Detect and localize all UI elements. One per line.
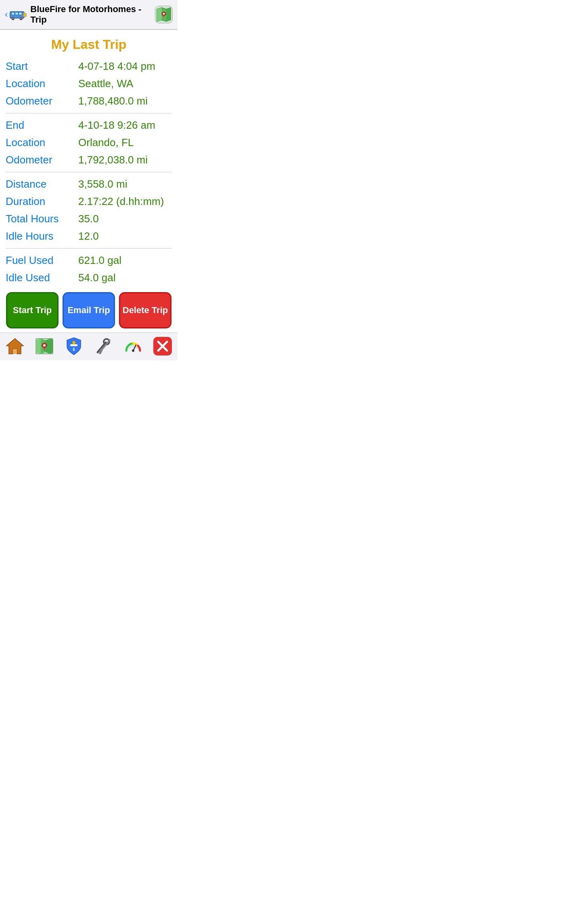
svg-rect-3	[19, 13, 22, 15]
distance-label: Distance	[6, 178, 78, 190]
fuel-section: Fuel Used 621.0 gal Idle Used 54.0 gal	[6, 252, 172, 286]
main-content: My Last Trip Start 4-07-18 4:04 pm Locat…	[0, 30, 178, 286]
svg-marker-11	[157, 8, 161, 21]
start-section: Start 4-07-18 4:04 pm Location Seattle, …	[6, 58, 172, 110]
svg-rect-4	[23, 13, 26, 17]
duration-label: Duration	[6, 195, 78, 208]
svg-marker-20	[36, 339, 41, 354]
end-odometer-row: Odometer 1,792,038.0 mi	[6, 151, 172, 169]
idle-used-row: Idle Used 54.0 gal	[6, 269, 172, 286]
duration-value: 2.17:22 (d.hh:mm)	[78, 195, 164, 208]
divider-3	[6, 248, 172, 249]
svg-marker-12	[166, 8, 171, 21]
svg-point-23	[43, 344, 46, 347]
svg-point-8	[21, 18, 22, 19]
maps-tab-icon	[34, 336, 54, 356]
start-odometer-label: Odometer	[6, 95, 78, 107]
distance-value: 3,558.0 mi	[78, 178, 127, 190]
end-label: End	[6, 119, 78, 132]
close-icon	[153, 336, 173, 356]
start-odometer-row: Odometer 1,788,480.0 mi	[6, 92, 172, 110]
page-title: BlueFire for Motorhomes - Trip	[30, 4, 155, 25]
fuel-used-value: 621.0 gal	[78, 254, 121, 267]
divider-2	[6, 172, 172, 172]
idle-used-label: Idle Used	[6, 272, 78, 284]
back-chevron-icon: ‹	[5, 9, 8, 20]
tab-badge[interactable]: 6	[59, 336, 89, 356]
total-hours-label: Total Hours	[6, 213, 78, 225]
fuel-used-row: Fuel Used 621.0 gal	[6, 252, 172, 269]
fuel-used-label: Fuel Used	[6, 254, 78, 267]
svg-text:6: 6	[73, 347, 75, 352]
gauge-icon	[123, 336, 143, 356]
delete-trip-button[interactable]: Delete Trip	[119, 292, 171, 328]
distance-row: Distance 3,558.0 mi	[6, 176, 172, 193]
start-row: Start 4-07-18 4:04 pm	[6, 58, 172, 75]
svg-point-26	[72, 341, 75, 344]
start-location-row: Location Seattle, WA	[6, 75, 172, 92]
start-location-value: Seattle, WA	[78, 77, 133, 90]
svg-rect-25	[70, 344, 77, 346]
total-hours-value: 35.0	[78, 213, 99, 225]
tools-icon	[94, 336, 114, 356]
stats-section: Distance 3,558.0 mi Duration 2.17:22 (d.…	[6, 176, 172, 245]
tab-close[interactable]	[148, 336, 178, 356]
end-odometer-label: Odometer	[6, 154, 78, 166]
svg-rect-1	[12, 13, 15, 15]
end-location-row: Location Orlando, FL	[6, 134, 172, 151]
tab-home[interactable]	[0, 336, 29, 356]
svg-line-31	[100, 350, 102, 353]
tab-tools[interactable]	[89, 336, 118, 356]
start-value: 4-07-18 4:04 pm	[78, 60, 155, 73]
start-label: Start	[6, 60, 78, 73]
tab-bar: 6	[0, 332, 178, 360]
end-location-value: Orlando, FL	[78, 136, 134, 149]
home-icon	[5, 336, 25, 356]
idle-hours-value: 12.0	[78, 230, 99, 242]
action-buttons: Start Trip Email Trip Delete Trip	[0, 286, 178, 332]
idle-hours-row: Idle Hours 12.0	[6, 228, 172, 245]
end-odometer-value: 1,792,038.0 mi	[78, 154, 148, 166]
duration-row: Duration 2.17:22 (d.hh:mm)	[6, 193, 172, 210]
back-button[interactable]: ‹	[5, 6, 27, 23]
badge-icon: 6	[64, 336, 84, 356]
end-row: End 4-10-18 9:26 am	[6, 117, 172, 134]
total-hours-row: Total Hours 35.0	[6, 210, 172, 228]
svg-rect-2	[15, 13, 18, 15]
start-odometer-value: 1,788,480.0 mi	[78, 95, 148, 107]
rv-icon	[9, 6, 27, 23]
maps-icon-header[interactable]	[155, 6, 173, 23]
end-section: End 4-10-18 9:26 am Location Orlando, FL…	[6, 117, 172, 169]
svg-rect-17	[13, 349, 17, 354]
tab-gauge[interactable]	[118, 336, 148, 356]
divider-1	[6, 113, 172, 113]
tab-maps[interactable]	[29, 336, 59, 356]
idle-used-value: 54.0 gal	[78, 272, 116, 284]
end-location-label: Location	[6, 136, 78, 149]
svg-point-14	[163, 13, 165, 15]
app-header: ‹ BlueFire for Motorhomes - Trip	[0, 0, 178, 29]
start-location-label: Location	[6, 77, 78, 90]
end-value: 4-10-18 9:26 am	[78, 119, 155, 132]
svg-point-6	[13, 18, 14, 19]
idle-hours-label: Idle Hours	[6, 230, 78, 242]
email-trip-button[interactable]: Email Trip	[63, 292, 115, 328]
section-title: My Last Trip	[6, 30, 172, 58]
start-trip-button[interactable]: Start Trip	[6, 292, 59, 328]
